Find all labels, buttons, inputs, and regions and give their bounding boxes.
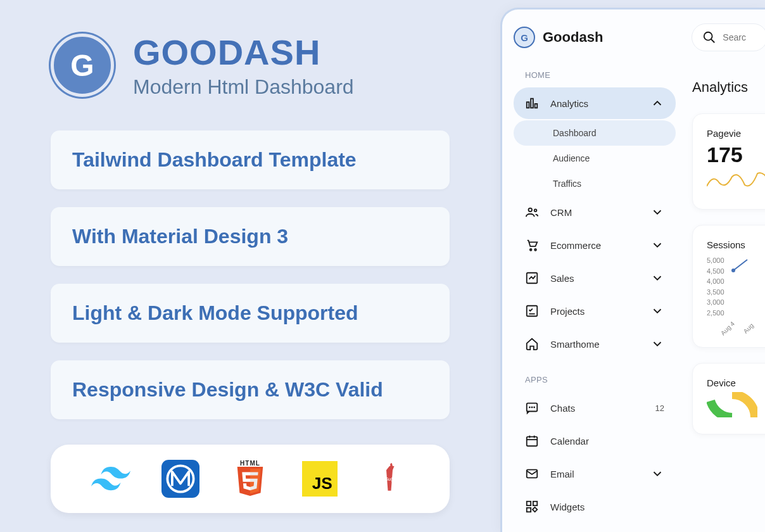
calendar-icon	[525, 434, 539, 448]
trend-up-icon	[525, 271, 539, 285]
cart-icon	[525, 238, 539, 252]
promo-subtitle: Modern Html Dashboard	[133, 75, 354, 99]
device-label: Device	[707, 377, 765, 388]
svg-point-12	[530, 249, 532, 251]
promo-title: GOODASH	[133, 32, 354, 73]
people-icon	[525, 205, 539, 219]
feature-3: Light & Dark Mode Supported	[51, 284, 450, 343]
material-icon	[160, 459, 201, 499]
promo-header: G GOODASH Modern Html Dashboard	[51, 32, 450, 99]
nav-label: Sales	[550, 273, 574, 284]
chevron-down-icon	[650, 337, 664, 351]
brand[interactable]: G Goodash	[514, 27, 603, 48]
svg-rect-7	[527, 102, 529, 108]
chevron-down-icon	[650, 205, 664, 219]
nav-analytics[interactable]: Analytics	[514, 87, 676, 119]
chats-badge: 12	[655, 403, 664, 413]
sessions-card[interactable]: Sessions 5,000 4,500 4,000 3,500 3,000 2…	[692, 225, 765, 348]
nav-label: Analytics	[550, 98, 588, 109]
search-icon	[702, 30, 716, 44]
tech-stack-row: HTML JS Gulp	[51, 445, 450, 513]
promo-panel: G GOODASH Modern Html Dashboard Tailwind…	[0, 0, 500, 532]
svg-rect-28	[527, 508, 531, 512]
search-input[interactable]	[723, 32, 761, 42]
feature-1: Tailwind Dashboard Template	[51, 130, 450, 189]
pageviews-card[interactable]: Pagevie 175	[692, 113, 765, 210]
svg-rect-27	[533, 502, 537, 505]
nav-label: Projects	[550, 306, 585, 317]
svg-rect-21	[527, 437, 538, 446]
nav-crm[interactable]: CRM	[514, 196, 676, 228]
device-donut	[707, 392, 757, 417]
chevron-down-icon	[650, 467, 664, 481]
subnav-audience[interactable]: Audience	[514, 146, 676, 171]
home-icon	[525, 337, 539, 351]
dashboard-preview: G Goodash HOME Analytics Dash	[500, 8, 765, 532]
nav-email[interactable]: Email	[514, 458, 676, 490]
pageviews-label: Pagevie	[707, 128, 765, 139]
svg-rect-26	[527, 502, 531, 505]
pageviews-value: 175	[707, 142, 765, 167]
feature-2: With Material Design 3	[51, 207, 450, 266]
checklist-icon	[525, 304, 539, 318]
svg-rect-9	[535, 104, 538, 108]
content-area: Analytics Pagevie 175 Sessions 5,000 4,5…	[692, 79, 765, 450]
nav-label: Widgets	[550, 502, 585, 512]
svg-text:Gulp: Gulp	[385, 477, 395, 482]
html5-icon: HTML	[230, 459, 270, 499]
chevron-down-icon	[650, 238, 664, 252]
widgets-icon	[525, 500, 539, 514]
page-title: Analytics	[692, 79, 765, 96]
nav-widgets[interactable]: Widgets	[514, 491, 676, 522]
section-home: HOME	[514, 70, 691, 80]
nav-chats[interactable]: Chats 12	[514, 392, 676, 424]
svg-point-13	[534, 249, 536, 251]
tailwind-icon	[91, 459, 131, 499]
chevron-down-icon	[650, 271, 664, 285]
brand-logo: G	[514, 27, 535, 48]
promo-logo: G	[51, 34, 114, 97]
svg-point-5	[704, 32, 712, 41]
svg-line-6	[711, 39, 715, 43]
js-icon: JS	[300, 459, 340, 499]
sessions-xticks: Aug 4 Aug	[719, 322, 765, 333]
nav-label: Smarthome	[550, 339, 600, 350]
nav-label: Chats	[550, 403, 575, 414]
sessions-label: Sessions	[707, 239, 765, 250]
topbar: G Goodash	[514, 23, 765, 51]
nav-sales[interactable]: Sales	[514, 262, 676, 294]
mail-icon	[525, 467, 539, 481]
nav-calendar[interactable]: Calendar	[514, 425, 676, 457]
svg-line-30	[733, 260, 747, 270]
device-card[interactable]: Device	[692, 363, 765, 434]
nav-ecommerce[interactable]: Ecommerce	[514, 229, 676, 261]
bar-chart-icon	[525, 96, 539, 110]
nav-label: Email	[550, 469, 574, 479]
svg-text:JS: JS	[312, 474, 332, 493]
brand-name: Goodash	[543, 29, 603, 46]
chevron-up-icon	[650, 96, 664, 110]
feature-4: Responsive Design & W3C Valid	[51, 360, 450, 419]
svg-rect-15	[527, 306, 538, 317]
nav-smarthome[interactable]: Smarthome	[514, 328, 676, 360]
sidebar-nav: HOME Analytics Dashboard Audience Traffi…	[514, 70, 691, 522]
sessions-chart	[730, 255, 765, 274]
svg-point-10	[529, 208, 533, 212]
chat-icon	[525, 401, 539, 415]
nav-label: CRM	[550, 207, 572, 218]
svg-point-11	[534, 209, 537, 212]
pageviews-sparkline	[707, 167, 765, 193]
svg-rect-8	[531, 99, 533, 108]
nav-projects[interactable]: Projects	[514, 295, 676, 327]
section-apps: APPS	[514, 375, 691, 384]
nav-label: Calendar	[550, 436, 589, 446]
search-box[interactable]	[692, 23, 765, 51]
nav-label: Ecommerce	[550, 240, 601, 251]
subnav-traffics[interactable]: Traffics	[514, 171, 676, 196]
promo-heading: GOODASH Modern Html Dashboard	[133, 32, 354, 99]
subnav-dashboard[interactable]: Dashboard	[514, 120, 676, 146]
gulp-icon: Gulp	[369, 459, 410, 499]
chevron-down-icon	[650, 304, 664, 318]
